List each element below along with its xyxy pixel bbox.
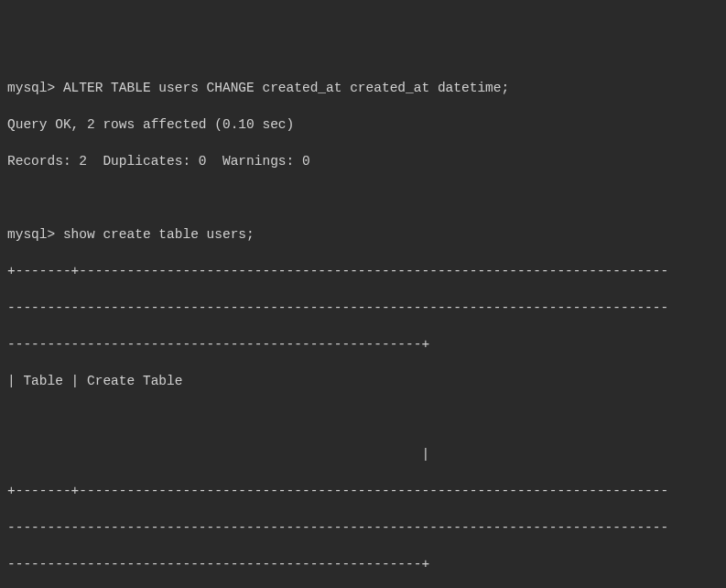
terminal-line: ----------------------------------------…	[7, 518, 719, 537]
terminal-line: ----------------------------------------…	[7, 335, 719, 354]
terminal-line: |	[7, 445, 719, 463]
terminal-line	[7, 189, 719, 207]
terminal-line: +-------+-------------------------------…	[7, 482, 719, 500]
terminal-line: Records: 2 Duplicates: 0 Warnings: 0	[7, 152, 719, 170]
terminal-line: ----------------------------------------…	[7, 299, 719, 317]
terminal-line: mysql> show create table users;	[7, 225, 719, 244]
terminal-line: | Table | Create Table	[7, 372, 719, 390]
terminal-line: mysql> ALTER TABLE users CHANGE created_…	[7, 79, 719, 97]
terminal-line: +-------+-------------------------------…	[7, 262, 719, 280]
terminal-line: Query OK, 2 rows affected (0.10 sec)	[7, 115, 719, 134]
terminal-line	[7, 408, 719, 427]
terminal-line: ----------------------------------------…	[7, 555, 719, 573]
